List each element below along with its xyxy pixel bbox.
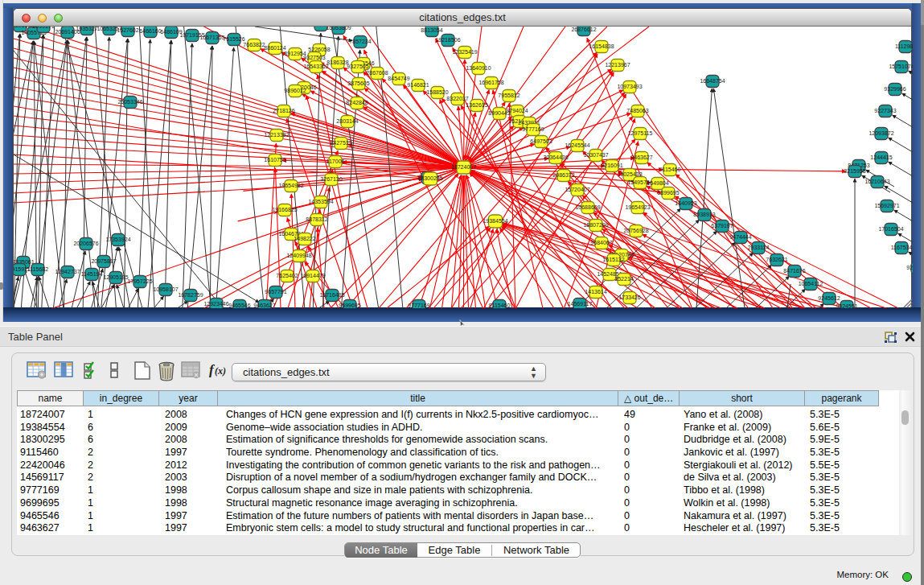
svg-text:14353594: 14353594 xyxy=(308,199,333,204)
svg-text:16782759: 16782759 xyxy=(178,292,203,298)
svg-text:16154838: 16154838 xyxy=(589,43,614,49)
svg-text:1115682: 1115682 xyxy=(27,266,48,272)
svg-text:1112984: 1112984 xyxy=(895,43,913,49)
svg-text:12923446: 12923446 xyxy=(203,301,228,307)
svg-text:16053809: 16053809 xyxy=(326,27,351,31)
svg-text:1549804: 1549804 xyxy=(647,180,668,186)
svg-text:19654923: 19654923 xyxy=(625,204,650,210)
svg-text:7485063: 7485063 xyxy=(626,108,648,113)
svg-text:12905185: 12905185 xyxy=(103,274,128,280)
svg-text:10307437: 10307437 xyxy=(583,152,608,158)
svg-text:9777169: 9777169 xyxy=(408,303,429,308)
svg-text:18807209: 18807209 xyxy=(583,222,608,228)
svg-text:9896012: 9896012 xyxy=(284,88,306,93)
svg-text:1640953: 1640953 xyxy=(675,200,696,206)
svg-text:15751074: 15751074 xyxy=(889,64,913,69)
svg-text:25053346: 25053346 xyxy=(117,99,142,105)
svg-text:16914479: 16914479 xyxy=(300,273,325,278)
svg-text:26876612: 26876612 xyxy=(571,27,596,32)
svg-text:9699695: 9699695 xyxy=(339,303,360,308)
svg-text:17016504: 17016504 xyxy=(878,226,903,232)
svg-text:6379197: 6379197 xyxy=(711,223,733,229)
svg-text:8216091: 8216091 xyxy=(601,163,622,168)
svg-text:20756928: 20756928 xyxy=(623,228,648,233)
svg-text:9777169: 9777169 xyxy=(522,126,544,132)
svg-text:12942737: 12942737 xyxy=(55,269,80,274)
svg-text:2718126: 2718126 xyxy=(273,108,294,113)
svg-text:9329966: 9329966 xyxy=(884,86,906,92)
svg-text:16648754: 16648754 xyxy=(700,78,725,84)
svg-text:9463627: 9463627 xyxy=(630,154,652,160)
svg-text:1899695: 1899695 xyxy=(657,190,679,196)
svg-text:3875605: 3875605 xyxy=(347,80,369,86)
svg-text:16671355: 16671355 xyxy=(199,35,224,40)
svg-text:8938913: 8938913 xyxy=(693,212,715,217)
svg-text:9245087: 9245087 xyxy=(906,265,913,270)
svg-text:2986372: 2986372 xyxy=(552,172,574,178)
svg-text:17957225: 17957225 xyxy=(127,278,152,284)
svg-text:3267130: 3267130 xyxy=(320,176,342,182)
svg-text:16543362: 16543362 xyxy=(303,64,328,69)
svg-text:19166825: 19166825 xyxy=(272,207,297,212)
svg-text:9684067: 9684067 xyxy=(590,240,612,245)
svg-text:9146821: 9146821 xyxy=(407,82,429,88)
svg-text:20975887: 20975887 xyxy=(91,258,116,264)
svg-text:8427512: 8427512 xyxy=(330,140,351,146)
svg-text:9794024: 9794024 xyxy=(506,108,528,113)
svg-text:12975115: 12975115 xyxy=(628,130,653,136)
svg-text:18724007: 18724007 xyxy=(451,164,476,170)
svg-text:2803144: 2803144 xyxy=(336,118,358,124)
svg-text:9465546: 9465546 xyxy=(228,303,250,308)
svg-text:18300295: 18300295 xyxy=(417,175,442,181)
svg-text:8186328: 8186328 xyxy=(326,60,348,65)
svg-text:2933114: 2933114 xyxy=(748,245,770,250)
svg-text:7663822: 7663822 xyxy=(243,42,265,47)
svg-text:1167534: 1167534 xyxy=(891,245,913,250)
svg-text:9324551: 9324551 xyxy=(836,303,857,308)
svg-text:1610755: 1610755 xyxy=(264,157,285,163)
svg-text:8813054: 8813054 xyxy=(421,27,442,33)
svg-text:20364436: 20364436 xyxy=(543,154,568,160)
svg-text:16961758: 16961758 xyxy=(478,80,503,85)
svg-text:19654982: 19654982 xyxy=(278,183,303,188)
svg-text:1588520: 1588520 xyxy=(426,89,448,95)
svg-text:1498222: 1498222 xyxy=(294,236,315,241)
svg-text:12325419: 12325419 xyxy=(452,49,477,55)
svg-text:(x): (x) xyxy=(215,365,226,377)
svg-text:9463627: 9463627 xyxy=(253,303,275,308)
svg-text:10958107: 10958107 xyxy=(153,286,178,292)
svg-text:1733426: 1733426 xyxy=(618,295,640,300)
svg-text:12213967: 12213967 xyxy=(605,62,630,68)
svg-text:7955812: 7955812 xyxy=(498,93,519,98)
svg-text:8454749: 8454749 xyxy=(388,76,409,81)
svg-text:9327503: 9327503 xyxy=(303,55,325,60)
svg-text:1527602: 1527602 xyxy=(117,27,138,33)
svg-text:8860124: 8860124 xyxy=(264,45,285,51)
svg-text:1413614: 1413614 xyxy=(585,289,606,295)
svg-text:7515526: 7515526 xyxy=(223,36,244,42)
svg-text:13640910: 13640910 xyxy=(466,65,491,71)
svg-text:8878312: 8878312 xyxy=(306,216,327,222)
svg-text:12213382: 12213382 xyxy=(264,132,289,138)
svg-text:19384554: 19384554 xyxy=(483,218,507,224)
svg-text:19218506: 19218506 xyxy=(435,37,460,43)
svg-text:15720407: 15720407 xyxy=(565,187,589,192)
svg-text:9474444: 9474444 xyxy=(729,234,751,240)
svg-text:8471676: 8471676 xyxy=(783,268,805,274)
svg-text:12093872: 12093872 xyxy=(869,130,893,136)
svg-text:10688609: 10688609 xyxy=(575,204,600,210)
svg-text:7632621: 7632621 xyxy=(766,257,787,262)
svg-text:10654112: 10654112 xyxy=(799,281,823,286)
svg-text:15692971: 15692971 xyxy=(874,203,899,208)
svg-text:7625402: 7625402 xyxy=(276,273,298,278)
svg-text:12409948: 12409948 xyxy=(286,253,311,258)
svg-text:7857234: 7857234 xyxy=(349,39,371,44)
svg-text:252214: 252214 xyxy=(614,276,633,282)
svg-text:20206576: 20206576 xyxy=(73,241,98,246)
svg-text:2867608: 2867608 xyxy=(366,70,388,76)
svg-text:117006: 117006 xyxy=(326,159,345,164)
svg-text:15716485: 15716485 xyxy=(319,292,344,298)
svg-text:9245612: 9245612 xyxy=(818,295,840,301)
svg-text:9657791: 9657791 xyxy=(265,289,286,295)
svg-text:9227343: 9227343 xyxy=(874,108,896,113)
